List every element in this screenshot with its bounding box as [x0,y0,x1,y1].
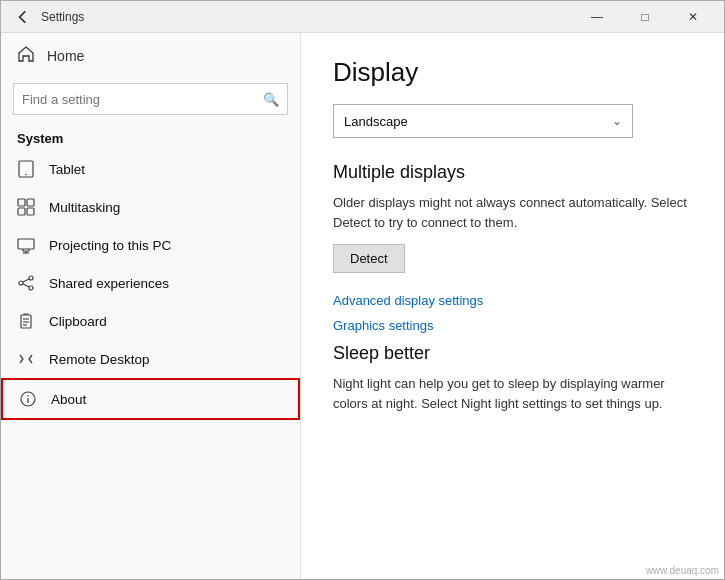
svg-point-20 [27,395,29,397]
sidebar-label-shared: Shared experiences [49,276,169,291]
svg-rect-5 [27,208,34,215]
search-box[interactable]: 🔍 [13,83,288,115]
window-controls: — □ ✕ [574,1,716,33]
sidebar-item-remote[interactable]: Remote Desktop [1,340,300,378]
sidebar-label-multitasking: Multitasking [49,200,120,215]
tablet-icon [17,160,35,178]
home-label: Home [47,48,84,64]
page-title: Display [333,57,692,88]
shared-icon [17,274,35,292]
settings-window: Settings — □ ✕ Home 🔍 [0,0,725,580]
svg-point-1 [25,174,27,176]
close-button[interactable]: ✕ [670,1,716,33]
home-icon [17,45,35,67]
sidebar-label-about: About [51,392,86,407]
advanced-display-settings-link[interactable]: Advanced display settings [333,293,692,308]
title-bar: Settings — □ ✕ [1,1,724,33]
orientation-dropdown[interactable]: Landscape ⌄ [333,104,633,138]
sleep-section: Sleep better Night light can help you ge… [333,343,692,413]
content-area: Home 🔍 System Tablet [1,33,724,579]
sidebar-label-tablet: Tablet [49,162,85,177]
sidebar-item-tablet[interactable]: Tablet [1,150,300,188]
svg-rect-4 [18,208,25,215]
sidebar-section-system: System [1,123,300,150]
minimize-button[interactable]: — [574,1,620,33]
search-icon: 🔍 [263,92,279,107]
sidebar-item-clipboard[interactable]: Clipboard [1,302,300,340]
graphics-settings-link[interactable]: Graphics settings [333,318,692,333]
sidebar-item-about[interactable]: About [1,378,300,420]
watermark: www.deuaq.com [646,565,719,576]
window-title: Settings [41,10,84,24]
maximize-button[interactable]: □ [622,1,668,33]
svg-point-10 [29,276,33,280]
sidebar-label-projecting: Projecting to this PC [49,238,171,253]
sidebar-item-shared[interactable]: Shared experiences [1,264,300,302]
sidebar-label-remote: Remote Desktop [49,352,150,367]
remote-icon [17,350,35,368]
about-icon [19,390,37,408]
sidebar: Home 🔍 System Tablet [1,33,301,579]
svg-rect-3 [27,199,34,206]
sleep-better-description: Night light can help you get to sleep by… [333,374,692,413]
search-input[interactable] [22,92,263,107]
chevron-down-icon: ⌄ [612,114,622,128]
detect-button[interactable]: Detect [333,244,405,273]
multitasking-icon [17,198,35,216]
projecting-icon [17,236,35,254]
sidebar-item-projecting[interactable]: Projecting to this PC [1,226,300,264]
svg-point-9 [19,281,23,285]
svg-line-13 [23,284,29,287]
sidebar-label-clipboard: Clipboard [49,314,107,329]
svg-line-12 [23,279,29,282]
multiple-displays-title: Multiple displays [333,162,692,183]
sleep-better-title: Sleep better [333,343,692,364]
svg-rect-6 [18,239,34,249]
sidebar-item-home[interactable]: Home [1,33,300,79]
svg-point-11 [29,286,33,290]
main-content: Display Landscape ⌄ Multiple displays Ol… [301,33,724,579]
clipboard-icon [17,312,35,330]
sidebar-item-multitasking[interactable]: Multitasking [1,188,300,226]
orientation-value: Landscape [344,114,408,129]
svg-rect-2 [18,199,25,206]
back-button[interactable] [9,3,37,31]
multiple-displays-description: Older displays might not always connect … [333,193,692,232]
